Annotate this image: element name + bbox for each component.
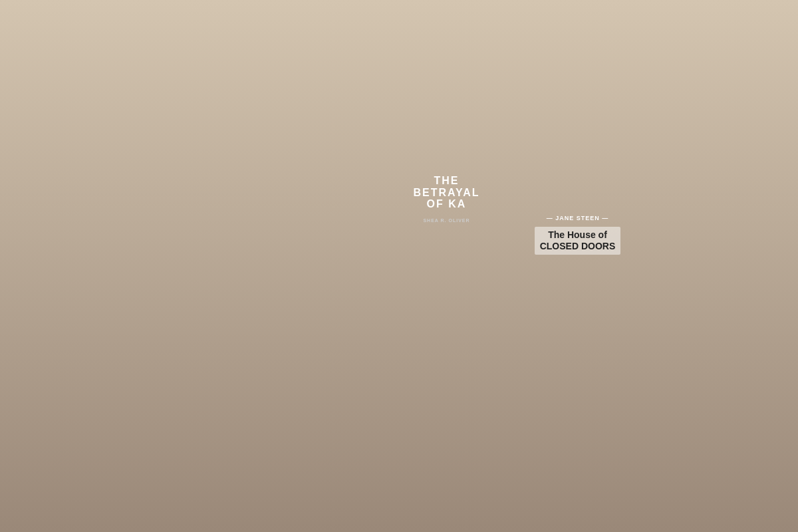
main-layout: RATINGS ★ ★ ★ ★ ★ ★ ★ ★ ★ ★ ★ <box>0 76 798 532</box>
editors-choice-grid: Book I of the WILDFIRE SAGA APACHEDAWN ☣… <box>255 132 769 282</box>
book-card-house[interactable]: — JANE STEEN — The House ofCLOSED DOORS … <box>517 132 638 282</box>
book-cover-title: THEBETRAYALOF KA <box>413 175 479 210</box>
book-author: SHEA R. OLIVER <box>413 218 479 223</box>
book-cover-title: The House ofCLOSED DOORS <box>535 227 621 255</box>
book-header: — JANE STEEN — <box>535 215 621 221</box>
book-cover-house: — JANE STEEN — The House ofCLOSED DOORS <box>517 132 638 265</box>
editors-choice-section: EDITOR'S CHOICE Book I of the WILDFIRE S… <box>239 89 785 298</box>
content-area: EDITOR'S CHOICE Book I of the WILDFIRE S… <box>239 89 785 525</box>
